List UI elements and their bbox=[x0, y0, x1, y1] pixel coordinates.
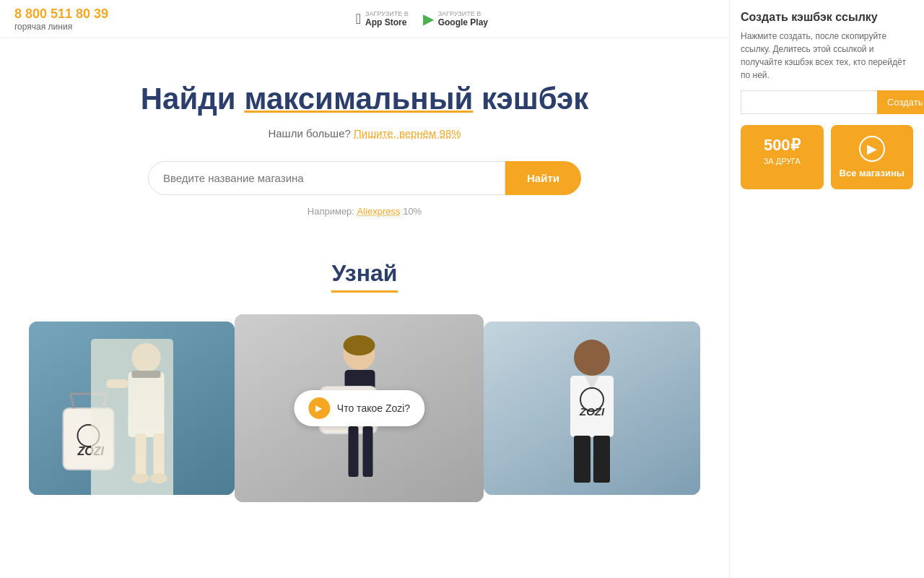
learn-section: Узнай bbox=[29, 260, 700, 502]
promo-friend-label: ЗА ДРУГА bbox=[749, 157, 815, 165]
googleplay-label-small: ЗАГРУЗИТЕ В bbox=[438, 10, 488, 17]
svg-text:ZOZI: ZOZI bbox=[579, 405, 605, 418]
hero-subtitle-link[interactable]: Пишите, вернём 98% bbox=[354, 127, 461, 139]
appstore-button[interactable]:  ЗАГРУЗИТЕ В App Store bbox=[356, 10, 409, 27]
googleplay-icon: ▶ bbox=[423, 10, 434, 27]
cashback-link-input[interactable] bbox=[741, 90, 877, 114]
svg-point-8 bbox=[150, 473, 167, 483]
hero-subtitle-plain: Нашли больше? bbox=[268, 127, 354, 139]
svg-rect-6 bbox=[154, 434, 165, 477]
video-card-left[interactable]: ZOZI bbox=[29, 322, 235, 495]
svg-point-2 bbox=[132, 343, 161, 372]
stores-arrow-icon: ▶ bbox=[859, 136, 885, 162]
play-button-overlay[interactable]: ▶ Что такое Zozi? bbox=[294, 390, 424, 426]
cashback-link-form: Создать bbox=[741, 90, 913, 114]
svg-rect-3 bbox=[128, 372, 165, 437]
right-panel: Создать кэшбэк ссылку Нажмите создать, п… bbox=[729, 0, 924, 531]
promo-friend-amount: 500₽ bbox=[749, 136, 815, 155]
left-card-svg: ZOZI bbox=[29, 322, 235, 495]
hero-title-underlined: максимальный bbox=[244, 82, 473, 116]
googleplay-button[interactable]: ▶ ЗАГРУЗИТЕ В Google Play bbox=[423, 10, 488, 27]
header-app-buttons:  ЗАГРУЗИТЕ В App Store ▶ ЗАГРУЗИТЕ В Go… bbox=[356, 10, 488, 27]
example-prefix: Например: bbox=[308, 206, 357, 217]
learn-title: Узнай bbox=[331, 260, 397, 293]
svg-text:ZOZI: ZOZI bbox=[77, 445, 105, 457]
search-input[interactable] bbox=[148, 161, 505, 195]
promo-stores-label: Все магазины bbox=[840, 168, 905, 178]
cashback-link-title: Создать кэшбэк ссылку bbox=[741, 11, 913, 24]
apple-icon:  bbox=[356, 11, 361, 27]
video-right-image: ZOZI bbox=[484, 322, 700, 495]
appstore-label-small: ЗАГРУЗИТЕ В bbox=[365, 10, 409, 17]
svg-point-28 bbox=[574, 340, 610, 376]
svg-rect-4 bbox=[132, 371, 161, 378]
promo-cards: 500₽ ЗА ДРУГА ▶ Все магазины bbox=[741, 125, 913, 189]
cashback-link-create-button[interactable]: Создать bbox=[877, 90, 924, 114]
svg-line-12 bbox=[103, 394, 107, 408]
hero-title: Найди максимальный кэшбэк bbox=[29, 82, 700, 116]
example-percent: 10% bbox=[401, 206, 422, 217]
search-bar: Найти bbox=[148, 161, 581, 195]
main-content: Найди максимальный кэшбэк Нашли больше? … bbox=[0, 38, 729, 531]
svg-rect-1 bbox=[29, 322, 235, 495]
play-icon: ▶ bbox=[308, 397, 330, 419]
search-example: Например: Aliexpress 10% bbox=[29, 206, 700, 217]
search-button[interactable]: Найти bbox=[505, 161, 581, 195]
svg-rect-33 bbox=[574, 436, 590, 483]
svg-rect-10 bbox=[64, 408, 114, 470]
hero-subtitle: Нашли больше? Пишите, вернём 98% bbox=[29, 127, 700, 139]
cashback-link-desc: Нажмите создать, после скопируйте ссылку… bbox=[741, 30, 913, 82]
video-left-image: ZOZI bbox=[29, 322, 235, 495]
svg-rect-25 bbox=[363, 426, 373, 477]
header-left: 8 800 511 80 39 горячая линия bbox=[14, 7, 108, 32]
video-label: Что такое Zozi? bbox=[337, 402, 410, 414]
example-link[interactable]: Aliexpress bbox=[357, 206, 401, 217]
googleplay-label-large: Google Play bbox=[438, 17, 488, 27]
svg-rect-34 bbox=[593, 436, 610, 483]
svg-rect-24 bbox=[349, 426, 359, 477]
video-card-center[interactable]: ZOZI ▶ Что такое Zozi? bbox=[235, 314, 484, 502]
hero-title-part1: Найди bbox=[141, 82, 245, 116]
svg-rect-9 bbox=[107, 379, 128, 388]
video-card-right[interactable]: ZOZI bbox=[484, 322, 700, 495]
right-card-svg: ZOZI bbox=[484, 322, 700, 495]
svg-point-7 bbox=[132, 473, 149, 483]
svg-rect-5 bbox=[136, 434, 147, 477]
hero-title-part2: кэшбэк bbox=[473, 82, 588, 116]
hero-section: Найди максимальный кэшбэк Нашли больше? … bbox=[29, 82, 700, 217]
promo-card-friend[interactable]: 500₽ ЗА ДРУГА bbox=[741, 125, 824, 189]
phone-number[interactable]: 8 800 511 80 39 bbox=[14, 7, 108, 22]
video-cards: ZOZI bbox=[29, 322, 700, 502]
appstore-label-large: App Store bbox=[365, 17, 409, 27]
hotline-text: горячая линия bbox=[14, 22, 108, 32]
svg-point-19 bbox=[344, 335, 375, 355]
promo-card-stores[interactable]: ▶ Все магазины bbox=[831, 125, 914, 189]
